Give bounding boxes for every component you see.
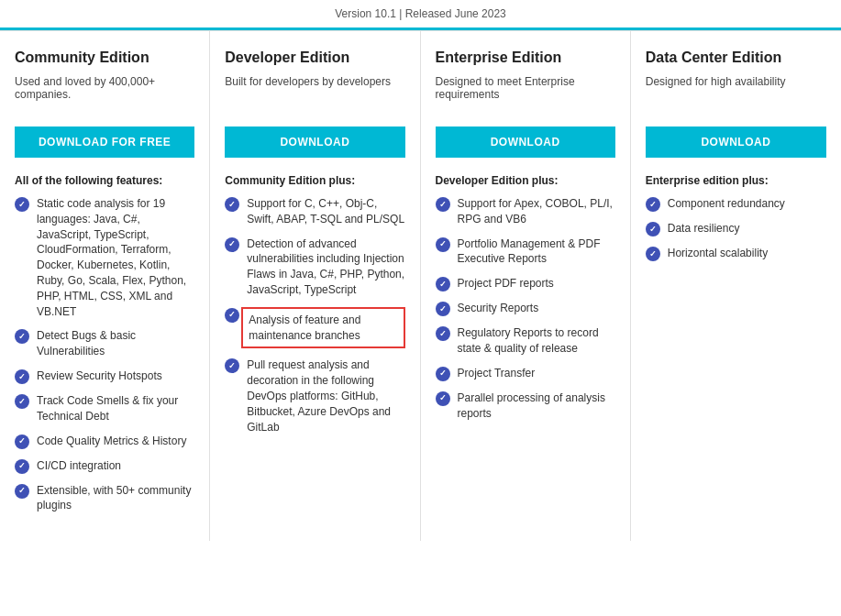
list-item: Detect Bugs & basic Vulnerabilities [15,328,194,359]
community-section-label: All of the following features: [15,174,194,187]
enterprise-download-button[interactable]: DOWNLOAD [436,126,615,158]
feature-text: Code Quality Metrics & History [37,434,186,449]
datacenter-feature-list: Component redundancyData resiliencyHoriz… [646,196,826,261]
feature-text: Parallel processing of analysis reports [458,390,615,422]
list-item: Data resiliency [646,221,826,236]
enterprise-section-label: Developer Edition plus: [436,174,615,187]
check-icon [646,247,660,261]
feature-text: CI/CD integration [37,458,121,474]
community-title: Community Edition [15,50,194,66]
check-icon [436,326,450,341]
check-icon [436,391,450,406]
column-enterprise: Enterprise EditionDesigned to meet Enter… [421,31,631,541]
feature-text: Project PDF reports [458,276,554,292]
feature-text: Extensible, with 50+ community plugins [37,483,194,514]
feature-text: Support for C, C++, Obj-C, Swift, ABAP, … [247,196,404,227]
feature-text: Review Security Hotspots [37,368,162,384]
feature-text: Track Code Smells & fix your Technical D… [37,393,194,424]
datacenter-title: Data Center Edition [646,50,826,66]
developer-download-button[interactable]: DOWNLOAD [225,126,404,158]
check-icon [15,369,29,384]
list-item: Component redundancy [646,196,826,212]
check-icon [646,222,660,236]
feature-text: Horizontal scalability [668,246,768,261]
feature-text: Project Transfer [458,366,536,381]
list-item: Code Quality Metrics & History [15,434,194,449]
version-bar: Version 10.1 | Released June 2023 [0,0,841,30]
list-item: Parallel processing of analysis reports [436,390,615,422]
enterprise-title: Enterprise Edition [436,50,615,66]
list-item: Portfolio Management & PDF Executive Rep… [436,236,615,268]
community-feature-list: Static code analysis for 19 languages: J… [15,196,194,513]
datacenter-description: Designed for high availability [646,75,826,112]
check-icon [225,308,239,323]
check-icon [436,277,450,292]
list-item: Detection of advanced vulnerabilities in… [225,236,404,298]
check-icon [225,237,239,252]
feature-text: Data resiliency [668,221,740,236]
list-item: Pull request analysis and decoration in … [225,358,404,434]
list-item: CI/CD integration [15,458,194,474]
editions-grid: Community EditionUsed and loved by 400,0… [0,30,841,541]
check-icon [436,367,450,381]
feature-text: Security Reports [458,301,539,316]
list-item: Track Code Smells & fix your Technical D… [15,393,194,424]
list-item: Project PDF reports [436,276,615,292]
developer-title: Developer Edition [225,50,404,66]
community-download-button[interactable]: DOWNLOAD FOR FREE [15,126,194,158]
list-item: Extensible, with 50+ community plugins [15,483,194,514]
datacenter-download-button[interactable]: DOWNLOAD [646,126,826,158]
list-item: Review Security Hotspots [15,368,194,384]
check-icon [15,459,29,474]
feature-text: Detect Bugs & basic Vulnerabilities [37,328,194,359]
list-item: Analysis of feature and maintenance bran… [225,307,404,349]
feature-text: Support for Apex, COBOL, PL/I, RPG and V… [458,196,615,227]
list-item: Regulatory Reports to record state & qua… [436,325,615,357]
datacenter-section-label: Enterprise edition plus: [646,174,826,187]
list-item: Support for C, C++, Obj-C, Swift, ABAP, … [225,196,404,227]
feature-text: Pull request analysis and decoration in … [247,358,404,434]
feature-text: Detection of advanced vulnerabilities in… [247,236,404,298]
check-icon [225,197,239,212]
check-icon [15,329,29,344]
check-icon [15,484,29,499]
feature-text: Component redundancy [668,196,785,212]
feature-text: Analysis of feature and maintenance bran… [241,307,404,349]
check-icon [225,358,239,373]
enterprise-description: Designed to meet Enterprise requirements [436,75,615,112]
check-icon [15,197,29,212]
check-icon [15,394,29,409]
version-text: Version 10.1 | Released June 2023 [335,7,506,20]
column-community: Community EditionUsed and loved by 400,0… [0,31,210,541]
column-developer: Developer EditionBuilt for developers by… [210,31,420,541]
feature-text: Static code analysis for 19 languages: J… [37,196,194,319]
feature-text: Portfolio Management & PDF Executive Rep… [458,236,615,268]
list-item: Horizontal scalability [646,246,826,261]
developer-section-label: Community Edition plus: [225,174,404,187]
list-item: Static code analysis for 19 languages: J… [15,196,194,319]
enterprise-feature-list: Support for Apex, COBOL, PL/I, RPG and V… [436,196,615,421]
check-icon [15,434,29,449]
check-icon [436,302,450,316]
column-datacenter: Data Center EditionDesigned for high ava… [631,31,841,541]
list-item: Support for Apex, COBOL, PL/I, RPG and V… [436,196,615,227]
list-item: Security Reports [436,301,615,316]
developer-feature-list: Support for C, C++, Obj-C, Swift, ABAP, … [225,196,404,434]
developer-description: Built for developers by developers [225,75,404,112]
community-description: Used and loved by 400,000+ companies. [15,75,194,112]
feature-text: Regulatory Reports to record state & qua… [458,325,615,357]
list-item: Project Transfer [436,366,615,381]
check-icon [646,197,660,212]
check-icon [436,197,450,212]
check-icon [436,237,450,252]
